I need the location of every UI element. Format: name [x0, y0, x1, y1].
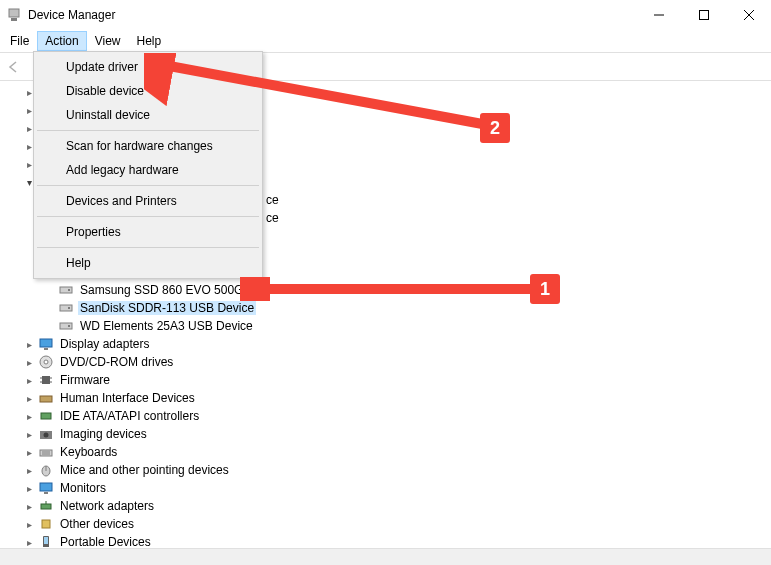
- tree-item-label: Mice and other pointing devices: [58, 463, 231, 477]
- tree-item-monitors[interactable]: Monitors: [4, 479, 771, 497]
- tree-item-firmware[interactable]: Firmware: [4, 371, 771, 389]
- svg-rect-13: [44, 348, 48, 350]
- svg-point-24: [44, 433, 49, 438]
- tree-item-label: Display adapters: [58, 337, 151, 351]
- tree-item-dvd-drives[interactable]: DVD/CD-ROM drives: [4, 353, 771, 371]
- app-icon: [6, 7, 22, 23]
- svg-point-7: [68, 289, 70, 291]
- tree-item-imaging[interactable]: Imaging devices: [4, 425, 771, 443]
- minimize-button[interactable]: [636, 0, 681, 30]
- svg-rect-6: [60, 287, 72, 293]
- close-button[interactable]: [726, 0, 771, 30]
- tree-item-network[interactable]: Network adapters: [4, 497, 771, 515]
- other-device-icon: [38, 516, 54, 532]
- menu-action[interactable]: Action: [37, 31, 86, 51]
- tree-item-label: Firmware: [58, 373, 112, 387]
- tree-item-mice[interactable]: Mice and other pointing devices: [4, 461, 771, 479]
- chevron-right-icon[interactable]: [22, 499, 36, 513]
- svg-rect-16: [42, 376, 50, 384]
- tree-item-keyboards[interactable]: Keyboards: [4, 443, 771, 461]
- maximize-button[interactable]: [681, 0, 726, 30]
- tree-item-label: Portable Devices: [58, 535, 153, 547]
- tree-item-display-adapters[interactable]: Display adapters: [4, 335, 771, 353]
- svg-rect-3: [699, 11, 708, 20]
- tree-item-label: IDE ATA/ATAPI controllers: [58, 409, 201, 423]
- action-menu-dropdown: Update driver Disable device Uninstall d…: [33, 51, 263, 279]
- tree-item-other[interactable]: Other devices: [4, 515, 771, 533]
- chevron-right-icon[interactable]: [22, 535, 36, 547]
- tree-item-sandisk[interactable]: SanDisk SDDR-113 USB Device: [4, 299, 771, 317]
- tree-item-label: SanDisk SDDR-113 USB Device: [78, 301, 256, 315]
- keyboard-icon: [38, 444, 54, 460]
- menu-help-item[interactable]: Help: [36, 251, 260, 275]
- chevron-right-icon[interactable]: [22, 445, 36, 459]
- menu-separator: [37, 130, 259, 131]
- monitor-icon: [38, 480, 54, 496]
- chevron-right-icon[interactable]: [22, 355, 36, 369]
- menu-disable-device[interactable]: Disable device: [36, 79, 260, 103]
- controller-icon: [38, 408, 54, 424]
- menu-bar: File Action View Help: [0, 30, 771, 52]
- svg-rect-36: [44, 537, 48, 544]
- tree-item-label: Imaging devices: [58, 427, 149, 441]
- disk-drive-icon: [58, 300, 74, 316]
- chevron-right-icon[interactable]: [22, 391, 36, 405]
- horizontal-scrollbar[interactable]: [0, 548, 771, 565]
- disc-icon: [38, 354, 54, 370]
- menu-separator: [37, 216, 259, 217]
- tree-item-hid[interactable]: Human Interface Devices: [4, 389, 771, 407]
- tree-item-ide[interactable]: IDE ATA/ATAPI controllers: [4, 407, 771, 425]
- svg-rect-12: [40, 339, 52, 347]
- svg-rect-31: [44, 492, 48, 494]
- tree-item-label: Network adapters: [58, 499, 156, 513]
- menu-scan-hardware[interactable]: Scan for hardware changes: [36, 134, 260, 158]
- chevron-right-icon[interactable]: [22, 463, 36, 477]
- svg-rect-34: [42, 520, 50, 528]
- title-bar: Device Manager: [0, 0, 771, 30]
- svg-rect-8: [60, 305, 72, 311]
- menu-add-legacy[interactable]: Add legacy hardware: [36, 158, 260, 182]
- portable-device-icon: [38, 534, 54, 547]
- tree-item-wd-elements[interactable]: WD Elements 25A3 USB Device: [4, 317, 771, 335]
- chevron-right-icon[interactable]: [22, 517, 36, 531]
- chip-icon: [38, 372, 54, 388]
- mouse-icon: [38, 462, 54, 478]
- menu-view[interactable]: View: [87, 31, 129, 51]
- svg-point-11: [68, 325, 70, 327]
- network-icon: [38, 498, 54, 514]
- svg-point-15: [44, 360, 48, 364]
- chevron-right-icon[interactable]: [22, 337, 36, 351]
- svg-rect-0: [9, 9, 19, 17]
- svg-rect-1: [11, 18, 17, 21]
- tree-item-label: Samsung SSD 860 EVO 500GB: [78, 283, 253, 297]
- menu-help[interactable]: Help: [129, 31, 170, 51]
- chevron-right-icon[interactable]: [22, 409, 36, 423]
- tree-item-portable[interactable]: Portable Devices: [4, 533, 771, 547]
- menu-uninstall-device[interactable]: Uninstall device: [36, 103, 260, 127]
- svg-rect-32: [41, 504, 51, 509]
- chevron-right-icon[interactable]: [22, 481, 36, 495]
- svg-rect-21: [40, 396, 52, 402]
- svg-rect-22: [41, 413, 51, 419]
- tree-item-label: Other devices: [58, 517, 136, 531]
- tree-item-label: WD Elements 25A3 USB Device: [78, 319, 255, 333]
- menu-properties[interactable]: Properties: [36, 220, 260, 244]
- menu-separator: [37, 247, 259, 248]
- menu-separator: [37, 185, 259, 186]
- menu-file[interactable]: File: [2, 31, 37, 51]
- svg-rect-25: [40, 450, 52, 456]
- disk-drive-icon: [58, 318, 74, 334]
- tree-item-label: Monitors: [58, 481, 108, 495]
- chevron-right-icon[interactable]: [22, 373, 36, 387]
- window-title: Device Manager: [28, 8, 115, 22]
- back-button[interactable]: [2, 56, 24, 78]
- tree-item-samsung-ssd[interactable]: Samsung SSD 860 EVO 500GB: [4, 281, 771, 299]
- svg-rect-10: [60, 323, 72, 329]
- svg-point-9: [68, 307, 70, 309]
- menu-devices-printers[interactable]: Devices and Printers: [36, 189, 260, 213]
- tree-item-label: Human Interface Devices: [58, 391, 197, 405]
- camera-icon: [38, 426, 54, 442]
- menu-update-driver[interactable]: Update driver: [36, 55, 260, 79]
- tree-item-label: DVD/CD-ROM drives: [58, 355, 175, 369]
- chevron-right-icon[interactable]: [22, 427, 36, 441]
